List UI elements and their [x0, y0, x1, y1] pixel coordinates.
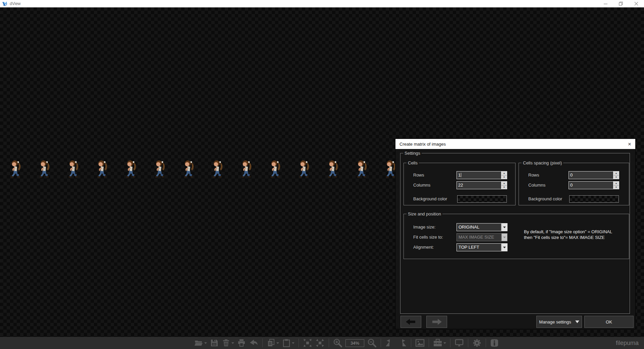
sprite-runner [298, 159, 311, 179]
restore-button[interactable] [613, 0, 629, 7]
size-position-group: Size and position Image size: ORIGINAL F… [404, 214, 629, 259]
tools-icon[interactable] [433, 339, 446, 347]
default-note-line2: then "Fit cells size to"= MAX IMAGE SIZE [524, 235, 612, 240]
spacing-columns-label: Columns [528, 183, 545, 188]
toolbar-separator [329, 339, 329, 347]
image-icon[interactable] [415, 339, 425, 347]
spin-down-icon[interactable]: ▼ [501, 186, 507, 189]
paste-icon[interactable] [282, 339, 294, 347]
manage-settings-button[interactable]: Manage settings [536, 316, 582, 328]
dropdown-arrow-icon[interactable] [501, 243, 507, 251]
sprite-runner [356, 159, 369, 179]
alignment-value[interactable]: TOP LEFT [457, 243, 501, 251]
bottom-toolbar: 34% [0, 337, 644, 349]
cells-background-swatch[interactable] [457, 195, 507, 203]
copy-icon[interactable] [267, 339, 279, 347]
cells-rows-input[interactable]: 1 ▲ ▼ [457, 171, 507, 179]
save-icon[interactable] [210, 339, 219, 347]
tools-caret-icon[interactable] [443, 342, 446, 344]
delete-icon[interactable] [222, 339, 234, 347]
cells-spacing-group: Cells spacing (pixel) Rows 0 ▲ ▼ Columns… [519, 163, 629, 205]
sprite-runner [154, 159, 167, 179]
ok-button[interactable]: OK [584, 316, 634, 328]
alignment-label: Alignment: [413, 245, 434, 250]
spacing-columns-value[interactable]: 0 [569, 181, 613, 189]
previous-button[interactable] [400, 316, 421, 328]
sprite-runner [327, 159, 340, 179]
open-folder-icon[interactable] [194, 339, 207, 347]
spin-up-icon[interactable]: ▲ [613, 171, 619, 176]
spacing-rows-input[interactable]: 0 ▲ ▼ [569, 171, 619, 179]
toolbar-separator [486, 339, 486, 347]
default-note: By default, if "Image size option" = ORI… [524, 229, 612, 240]
fit-cells-label: Fit cells size to: [413, 235, 443, 240]
dialog-titlebar[interactable]: Create matrix of images × [395, 139, 635, 149]
copy-caret-icon[interactable] [276, 342, 279, 344]
watermark: filepuma [616, 340, 639, 347]
dialog-title: Create matrix of images [399, 142, 446, 147]
settings-gear-icon[interactable] [472, 339, 482, 347]
toolbar-separator [411, 339, 411, 347]
create-matrix-dialog: Create matrix of images × Settings Cells… [395, 139, 635, 329]
zoom-in-icon[interactable] [333, 338, 342, 348]
undo-icon[interactable] [249, 339, 258, 347]
cells-background-label: Background color [413, 196, 447, 201]
spacing-background-swatch[interactable] [569, 195, 619, 203]
sprite-runner [211, 159, 225, 179]
cells-group-label: Cells [407, 160, 419, 165]
spacing-columns-input[interactable]: 0 ▲ ▼ [569, 181, 619, 189]
image-size-label: Image size: [413, 225, 435, 230]
print-icon[interactable] [237, 339, 246, 347]
cells-columns-input[interactable]: 22 ▲ ▼ [457, 181, 507, 189]
next-button[interactable] [426, 316, 447, 328]
dialog-close-icon[interactable]: × [628, 141, 631, 147]
dropdown-arrow-icon [501, 233, 507, 241]
info-icon[interactable] [490, 339, 499, 347]
image-size-dropdown[interactable]: ORIGINAL [457, 223, 507, 231]
toolbar-separator [468, 339, 468, 347]
spin-down-icon[interactable]: ▼ [501, 176, 507, 179]
sprite-runner [96, 159, 109, 179]
cells-rows-value[interactable]: 1 [458, 172, 461, 178]
spin-down-icon[interactable]: ▼ [613, 176, 619, 179]
delete-caret-icon[interactable] [231, 342, 234, 344]
dropdown-arrow-icon[interactable] [501, 223, 507, 231]
open-folder-caret-icon[interactable] [204, 342, 207, 344]
image-size-value[interactable]: ORIGINAL [457, 223, 501, 231]
app-logo-icon [2, 1, 7, 6]
sprite-runner [38, 159, 52, 179]
cells-columns-value[interactable]: 22 [457, 181, 501, 189]
close-button[interactable] [629, 0, 644, 7]
spin-up-icon[interactable]: ▲ [501, 171, 507, 176]
manage-settings-caret-icon [575, 320, 579, 323]
minimize-button[interactable] [598, 0, 613, 7]
rotate-right-icon[interactable] [397, 339, 407, 347]
zoom-out-icon[interactable] [367, 338, 377, 348]
toolbar-separator [299, 339, 299, 347]
text-cursor [461, 173, 461, 177]
spacing-rows-label: Rows [528, 172, 539, 178]
paste-caret-icon[interactable] [292, 342, 294, 344]
ok-button-label: OK [606, 319, 612, 325]
zoom-level-indicator[interactable]: 34% [345, 339, 364, 347]
cells-columns-spinner[interactable]: ▲ ▼ [501, 181, 507, 189]
default-note-line1: By default, if "Image size option" = ORI… [524, 229, 612, 235]
sprite-runner [269, 159, 282, 179]
spin-up-icon[interactable]: ▲ [501, 182, 507, 186]
cells-rows-spinner[interactable]: ▲ ▼ [501, 171, 507, 179]
settings-group-label: Settings [403, 151, 422, 156]
sprite-runner [182, 159, 196, 179]
spin-up-icon[interactable]: ▲ [613, 182, 619, 186]
actual-size-icon[interactable] [315, 338, 325, 348]
spin-down-icon[interactable]: ▼ [613, 186, 619, 189]
fullscreen-icon[interactable] [454, 339, 464, 347]
spacing-columns-spinner[interactable]: ▲ ▼ [613, 181, 619, 189]
fit-to-screen-icon[interactable] [303, 338, 312, 348]
spacing-rows-value[interactable]: 0 [569, 171, 613, 179]
alignment-dropdown[interactable]: TOP LEFT [457, 243, 507, 251]
cells-group: Cells Rows 1 ▲ ▼ Columns 22 ▲ ▼ [404, 163, 516, 205]
rotate-left-icon[interactable] [385, 339, 394, 347]
manage-settings-label: Manage settings [539, 319, 571, 325]
app-title: dView [10, 1, 20, 6]
spacing-rows-spinner[interactable]: ▲ ▼ [613, 171, 619, 179]
